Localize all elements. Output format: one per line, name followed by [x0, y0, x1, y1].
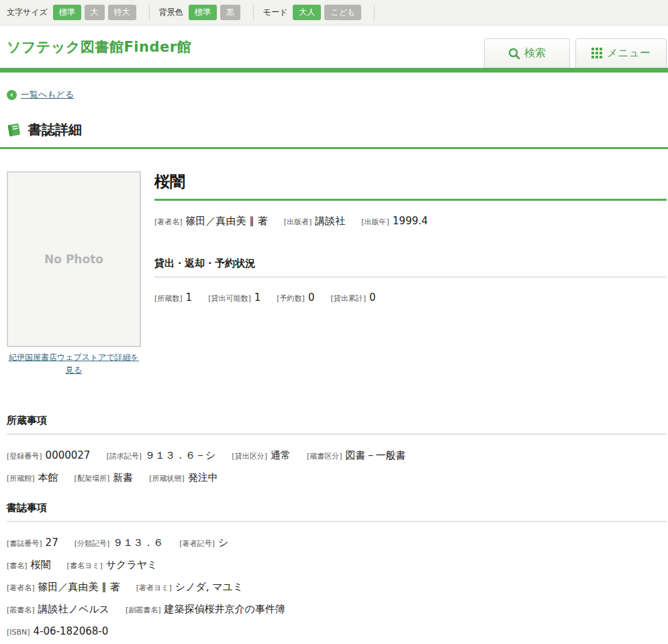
font-size-option[interactable]: 標準 — [53, 5, 81, 20]
bg-color-group: 背景色 標準黒 — [159, 5, 254, 21]
field-row: [ISBN]4-06-182068-0 — [7, 625, 667, 637]
kinokuniya-store-link[interactable]: 紀伊国屋書店ウェブストアで詳細を見る — [7, 351, 141, 377]
menu-button[interactable]: メニュー — [575, 38, 667, 68]
field-pair: [出版年]1999.4 — [361, 214, 428, 227]
field-value: 本館 — [38, 471, 58, 484]
field-pair: [書誌番号]27 — [7, 536, 58, 549]
field-row: [書誌番号]27[分類記号]９１３．６[著者記号]シ — [7, 536, 667, 549]
field-value: 発注中 — [188, 471, 218, 484]
mode-options: 大人こども — [293, 5, 365, 20]
field-pair: [所蔵状態]発注中 — [149, 471, 218, 484]
field-value: 篠田／真由美 ∥ 著 — [186, 215, 268, 227]
field-pair: [登録番号]0000027 — [7, 449, 90, 461]
field-pair: [叢書名]講談社ノベルス — [7, 602, 109, 616]
field-pair: [出版者]講談社 — [284, 214, 346, 228]
page-title: 書誌詳細 — [28, 121, 82, 139]
book-icon — [7, 123, 22, 137]
holdings-heading: 所蔵事項 — [7, 414, 667, 434]
field-value: 通常 — [271, 449, 291, 461]
field-label: [登録番号] — [7, 452, 42, 461]
field-pair: [ISBN]4-06-182068-0 — [7, 625, 108, 637]
field-label: [ISBN] — [7, 628, 30, 637]
field-value: ９１３．６－シ — [145, 449, 216, 461]
field-label: [著者記号] — [179, 539, 215, 548]
field-value: サクラヤミ — [106, 559, 158, 571]
lending-status-values: [所蔵数]1[貸出可能数]1[予約数]0[貸出累計]0 — [154, 291, 667, 304]
field-pair: [予約数]0 — [277, 291, 314, 304]
site-header: ソフテック図書館Finder館 検索 メニュー — [0, 26, 668, 73]
field-label: [叢書名] — [7, 606, 35, 614]
field-label: [書誌番号] — [7, 539, 42, 548]
font-size-option[interactable]: 特大 — [108, 5, 136, 20]
holdings-rows: [登録番号]0000027[請求記号]９１３．６－シ[貸出区分]通常[蔵書区分]… — [7, 449, 667, 484]
field-row: [登録番号]0000027[請求記号]９１３．６－シ[貸出区分]通常[蔵書区分]… — [7, 449, 667, 462]
field-pair: [著者名]篠田／真由美 ∥ 著 — [7, 580, 120, 594]
field-value: 0 — [369, 291, 376, 304]
no-photo-text: No Photo — [44, 252, 103, 266]
field-label: [書名] — [7, 561, 28, 570]
field-pair: [貸出可能数]1 — [208, 291, 260, 304]
field-pair: [所蔵数]1 — [154, 291, 192, 304]
site-title: ソフテック図書館Finder館 — [7, 38, 191, 56]
bg-color-option[interactable]: 黒 — [220, 5, 240, 20]
title-divider — [154, 199, 667, 201]
holdings-section: 所蔵事項 [登録番号]0000027[請求記号]９１３．６－シ[貸出区分]通常[… — [7, 414, 667, 484]
field-pair: [著者記号]シ — [179, 536, 228, 549]
field-label: [予約数] — [277, 294, 305, 303]
field-label: [蔵書区分] — [307, 452, 342, 461]
field-value: シ — [218, 537, 228, 549]
field-pair: [分類記号]９１３．６ — [75, 536, 164, 549]
menu-grid-icon — [591, 48, 603, 59]
field-label: [所蔵館] — [7, 474, 35, 483]
book-title: 桜闇 — [154, 171, 667, 192]
field-value: 図書－一般書 — [346, 449, 406, 461]
field-label: [請求記号] — [106, 452, 142, 461]
field-label: [貸出区分] — [232, 452, 267, 461]
font-size-options: 標準大特大 — [53, 5, 140, 20]
field-value: 桜闇 — [31, 559, 51, 571]
field-value: 1 — [186, 291, 193, 304]
biblio-section: 書誌事項 [書誌番号]27[分類記号]９１３．６[著者記号]シ[書名]桜闇[書名… — [7, 502, 667, 644]
field-value: 0000027 — [46, 449, 91, 461]
font-size-option[interactable]: 大 — [85, 5, 105, 20]
bg-color-options: 標準黒 — [189, 5, 244, 20]
mode-label: モード — [263, 7, 288, 18]
search-button-label: 検索 — [524, 46, 546, 60]
field-value: 講談社 — [315, 215, 345, 227]
book-meta-line: [著者名]篠田／真由美 ∥ 著[出版者]講談社[出版年]1999.4 — [154, 214, 667, 228]
page-title-row: 書誌詳細 — [7, 121, 668, 139]
field-pair: [配架場所]新書 — [75, 471, 134, 484]
field-pair: [所蔵館]本館 — [7, 471, 58, 484]
back-to-list-link[interactable]: 一覧へもどる — [21, 89, 74, 101]
field-pair: [蔵書区分]図書－一般書 — [307, 449, 406, 462]
search-button[interactable]: 検索 — [484, 38, 570, 68]
back-arrow-icon: ‹ — [7, 90, 17, 100]
lending-status-section: 貸出・返却・予約状況 [所蔵数]1[貸出可能数]1[予約数]0[貸出累計]0 — [154, 257, 667, 304]
breadcrumb: ‹ 一覧へもどる — [0, 73, 668, 101]
book-detail: No Photo 紀伊国屋書店ウェブストアで詳細を見る 桜闇 [著者名]篠田／真… — [0, 149, 668, 377]
field-pair: [書名]桜闇 — [7, 558, 51, 571]
search-icon — [508, 48, 520, 60]
book-info-column: 桜闇 [著者名]篠田／真由美 ∥ 著[出版者]講談社[出版年]1999.4 貸出… — [154, 171, 667, 377]
field-label: [出版年] — [361, 218, 389, 226]
biblio-heading: 書誌事項 — [7, 502, 667, 522]
field-pair: [書名ヨミ]サクラヤミ — [67, 558, 158, 571]
mode-option[interactable]: 大人 — [293, 5, 321, 20]
cover-placeholder: No Photo — [7, 171, 141, 347]
field-pair: [著者ヨミ]シノダ, マユミ — [136, 580, 244, 594]
mode-option[interactable]: こども — [324, 5, 361, 20]
field-label: [配架場所] — [75, 474, 110, 483]
field-value: 建築探偵桜井京介の事件簿 — [164, 603, 285, 615]
field-row: [著者名]篠田／真由美 ∥ 著[著者ヨミ]シノダ, マユミ — [7, 580, 667, 594]
font-size-group: 文字サイズ 標準大特大 — [7, 5, 150, 21]
field-pair: [請求記号]９１３．６－シ — [106, 449, 216, 462]
font-size-label: 文字サイズ — [7, 7, 48, 18]
lending-status-heading: 貸出・返却・予約状況 — [154, 257, 667, 277]
field-value: ９１３．６ — [113, 537, 163, 549]
mode-group: モード 大人こども — [263, 5, 375, 21]
field-label: [貸出可能数] — [208, 294, 251, 303]
field-row: [叢書名]講談社ノベルス[副叢書名]建築探偵桜井京介の事件簿 — [7, 602, 667, 616]
field-label: [出版者] — [284, 218, 312, 226]
field-label: [著者名] — [7, 584, 35, 592]
bg-color-option[interactable]: 標準 — [189, 5, 217, 20]
